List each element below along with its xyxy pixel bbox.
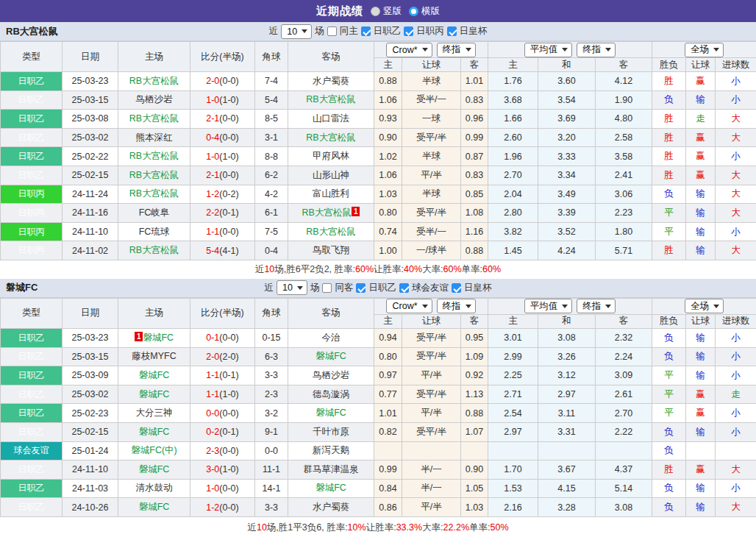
home-team-name[interactable]: 磐城FC [139,427,170,437]
section-1-avg-source-select[interactable]: 平均值 [524,43,573,57]
odds-away-cell: 0.85 [461,185,488,204]
section-2-avg-source-select[interactable]: 平均值 [524,299,573,313]
away-cell: 千叶市原 [288,422,374,441]
odds-home-cell: 0.97 [374,366,402,385]
home-team-name[interactable]: RB大宫松鼠 [129,113,179,124]
section-2-scope-select[interactable]: 全场 [685,299,724,313]
avg-away-cell: 2.61 [596,385,652,404]
away-team-name[interactable]: 磐城FC [315,408,346,418]
odds-away-cell [461,441,488,460]
radio-horizontal-layout[interactable]: 横版 [409,5,440,18]
section-2-filter-checkbox-2[interactable] [399,283,409,293]
section-1-scope-select[interactable]: 全场 [685,43,724,57]
away-cell: 山形山神 [288,166,374,185]
avg-home-cell: 2.80 [488,204,538,223]
match-row: 日职乙25-03-02磐城FC1-1(1-0)2-3德岛漩涡0.77受平/半1.… [1,385,756,404]
odds-handicap-cell: 一球 [402,110,461,129]
home-cell: 清水鼓动 [118,479,190,498]
away-cell: 磐城FC [288,479,374,498]
section-1-recent-count-select[interactable]: 10 [281,24,312,39]
section-1-avg-final-select[interactable]: 终指 [577,43,616,57]
odds-home-cell: 0.74 [374,222,402,241]
section-1-filter-checkbox-3[interactable] [447,26,457,36]
avg-draw-cell: 3.60 [538,72,596,91]
away-team-name[interactable]: RB大宫松鼠 [302,207,352,218]
section-1-filter-checkbox-1[interactable] [361,26,371,36]
away-team-name[interactable]: 磐城FC [315,483,346,493]
section-1-filter-checkbox-0[interactable] [327,26,337,36]
section-1-filter-checkbox-2[interactable] [404,26,413,36]
avg-home-cell: 3.01 [488,328,538,347]
col-type: 类型 [1,298,63,328]
col-type: 类型 [1,42,63,72]
avg-draw-cell [538,441,596,460]
away-team-name[interactable]: RB大宫松鼠 [306,94,355,104]
home-team-name[interactable]: 磐城FC [139,389,170,399]
home-team-name[interactable]: RB大宫松鼠 [129,245,179,255]
home-team-name[interactable]: 磐城FC [139,370,170,380]
away-team-name: 德岛漩涡 [313,389,349,399]
section-2-filter-checkbox-1[interactable] [356,283,365,293]
home-team-name[interactable]: 磐城FC(中) [131,445,177,455]
home-team-name[interactable]: RB大宫松鼠 [129,151,179,161]
avg-draw-cell: 3.67 [538,460,596,480]
fulltime-score: 2-1 [206,113,219,124]
chevron-down-icon [422,48,428,51]
section-2-avg-final-select[interactable]: 终指 [577,299,616,313]
section-2-filter-checkbox-3[interactable] [452,283,461,293]
radio-horizontal-icon[interactable] [409,7,418,16]
result-cell: 胜 [652,128,686,147]
home-team-name[interactable]: 磐城FC [139,464,170,474]
halftime-score: (2-0) [219,352,238,362]
goals-cell: 小 [716,366,756,385]
home-team-name[interactable]: RB大宫松鼠 [129,188,179,199]
summary-segment: 让胜率: [374,263,404,276]
home-team-name[interactable]: RB大宫松鼠 [129,76,179,86]
home-cell: 磐城FC [118,385,190,404]
away-team-name[interactable]: 磐城FC [315,351,346,361]
odds-handicap-cell: 受平/半 [402,422,461,441]
section-2-recent-count-select[interactable]: 10 [277,280,307,295]
fulltime-score: 0-0 [206,408,219,419]
section-2-filter-label-0: 同客 [335,282,353,294]
section-1-filter-label-3: 日皇杯 [460,25,488,38]
away-cell: 群马草津温泉 [288,460,374,480]
section-2-filter-checkbox-0[interactable] [322,283,332,293]
type-cell: 日职乙 [1,72,63,91]
page-title: 近期战绩 [316,4,363,18]
avg-draw-cell: 3.54 [538,90,596,110]
section-2-odds-final-select[interactable]: 终指 [437,299,476,313]
chevron-down-icon [297,286,303,290]
halftime-score: (0-0) [219,76,238,86]
handicap-result-cell: 赢 [686,460,716,480]
away-team-name: 群马草津温泉 [304,464,359,474]
handicap-result-cell: 输 [686,366,716,385]
odds-handicap-cell: 受平/半 [402,128,461,147]
away-team-name[interactable]: RB大宫松鼠 [306,132,355,143]
goals-cell: 大 [716,241,756,260]
fulltime-score: 2-3 [206,446,219,456]
section-1-odds-final-select[interactable]: 终指 [437,43,476,57]
home-team-name[interactable]: 磐城FC [139,502,170,512]
avg-home-cell: 2.99 [488,347,538,366]
col-away: 客场 [288,298,374,328]
col-odds-away: 客 [461,58,488,72]
home-cell: 磐城FC [118,498,190,517]
radio-horizontal-label: 横版 [421,5,440,18]
radio-vertical-icon[interactable] [371,7,380,16]
home-team-name[interactable]: 磐城FC [143,332,174,343]
halftime-score: (4-1) [219,246,238,256]
section-1-odds-source-select[interactable]: Crow* [386,43,432,57]
col-result: 胜负 [652,58,686,72]
home-cell: RB大宫松鼠 [118,147,190,166]
home-cell: FC琉球 [118,222,190,241]
sections-container: RB大宫松鼠近10场同主日职乙日职丙日皇杯类型日期主场比分(半场)角球客场Cro… [0,22,756,537]
section-1-avg-final-select-value: 终指 [582,43,601,56]
home-team-name[interactable]: RB大宫松鼠 [129,170,179,180]
radio-vertical-layout[interactable]: 竖版 [371,5,402,18]
handicap-result-cell: 走 [686,110,716,129]
section-2-odds-source-select[interactable]: Crow* [386,299,432,313]
col-date: 日期 [63,42,118,72]
away-team-name[interactable]: RB大宫松鼠 [306,227,355,237]
avg-home-cell: 1.66 [488,110,538,129]
